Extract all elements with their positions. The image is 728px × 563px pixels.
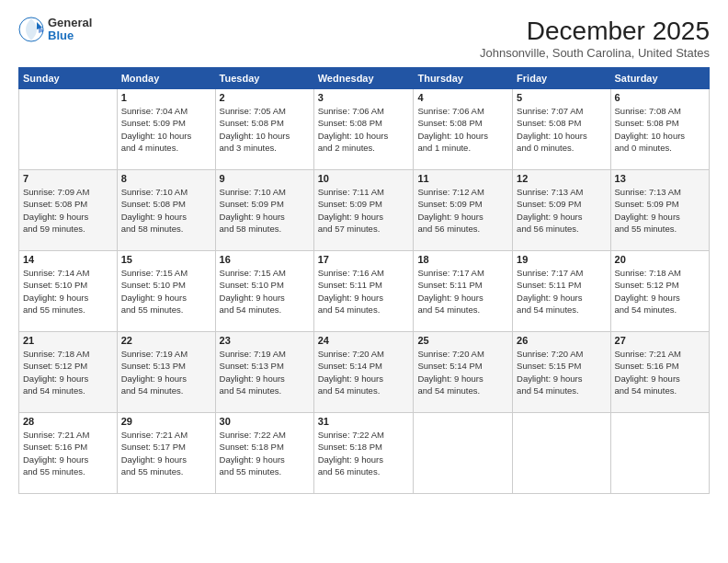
day-number: 29	[121, 416, 211, 427]
day-info: Sunrise: 7:18 AM Sunset: 5:12 PM Dayligh…	[615, 267, 705, 316]
day-info: Sunrise: 7:22 AM Sunset: 5:18 PM Dayligh…	[318, 429, 410, 477]
month-year-title: December 2025	[480, 17, 710, 46]
day-number: 27	[615, 335, 705, 346]
calendar-header-row: SundayMondayTuesdayWednesdayThursdayFrid…	[19, 68, 710, 89]
day-number: 19	[517, 254, 606, 265]
day-info: Sunrise: 7:19 AM Sunset: 5:13 PM Dayligh…	[121, 348, 211, 396]
day-number: 22	[121, 335, 211, 346]
day-info: Sunrise: 7:06 AM Sunset: 5:08 PM Dayligh…	[318, 105, 410, 154]
day-number: 21	[23, 335, 113, 346]
header-friday: Friday	[513, 68, 610, 89]
calendar-cell: 8Sunrise: 7:10 AM Sunset: 5:08 PM Daylig…	[117, 170, 215, 251]
header-monday: Monday	[117, 68, 215, 89]
calendar-cell: 3Sunrise: 7:06 AM Sunset: 5:08 PM Daylig…	[313, 89, 414, 170]
calendar-cell: 23Sunrise: 7:19 AM Sunset: 5:13 PM Dayli…	[215, 332, 313, 413]
day-info: Sunrise: 7:17 AM Sunset: 5:11 PM Dayligh…	[517, 267, 606, 316]
day-number: 5	[517, 92, 606, 103]
calendar-cell: 28Sunrise: 7:21 AM Sunset: 5:16 PM Dayli…	[19, 413, 118, 494]
day-number: 11	[417, 173, 508, 184]
calendar-cell	[513, 413, 610, 494]
day-info: Sunrise: 7:17 AM Sunset: 5:11 PM Dayligh…	[417, 267, 508, 316]
day-info: Sunrise: 7:08 AM Sunset: 5:08 PM Dayligh…	[615, 105, 705, 154]
calendar-cell: 18Sunrise: 7:17 AM Sunset: 5:11 PM Dayli…	[414, 251, 513, 332]
day-number: 24	[318, 335, 410, 346]
calendar-cell: 27Sunrise: 7:21 AM Sunset: 5:16 PM Dayli…	[610, 332, 709, 413]
day-number: 2	[220, 92, 310, 103]
calendar-cell: 17Sunrise: 7:16 AM Sunset: 5:11 PM Dayli…	[313, 251, 414, 332]
calendar-cell: 19Sunrise: 7:17 AM Sunset: 5:11 PM Dayli…	[513, 251, 610, 332]
day-number: 14	[23, 254, 113, 265]
calendar-cell: 6Sunrise: 7:08 AM Sunset: 5:08 PM Daylig…	[610, 89, 709, 170]
day-info: Sunrise: 7:11 AM Sunset: 5:09 PM Dayligh…	[318, 186, 410, 235]
calendar-cell: 5Sunrise: 7:07 AM Sunset: 5:08 PM Daylig…	[513, 89, 610, 170]
day-info: Sunrise: 7:15 AM Sunset: 5:10 PM Dayligh…	[121, 267, 211, 316]
day-number: 1	[121, 92, 211, 103]
calendar-cell: 7Sunrise: 7:09 AM Sunset: 5:08 PM Daylig…	[19, 170, 118, 251]
calendar-cell: 29Sunrise: 7:21 AM Sunset: 5:17 PM Dayli…	[117, 413, 215, 494]
logo-general-text: General	[48, 17, 92, 29]
calendar-cell	[19, 89, 118, 170]
day-info: Sunrise: 7:05 AM Sunset: 5:08 PM Dayligh…	[220, 105, 310, 154]
calendar-cell: 20Sunrise: 7:18 AM Sunset: 5:12 PM Dayli…	[610, 251, 709, 332]
day-info: Sunrise: 7:16 AM Sunset: 5:11 PM Dayligh…	[318, 267, 410, 316]
header-saturday: Saturday	[610, 68, 709, 89]
day-number: 25	[417, 335, 508, 346]
day-number: 12	[517, 173, 606, 184]
day-info: Sunrise: 7:12 AM Sunset: 5:09 PM Dayligh…	[417, 186, 508, 235]
location-text: Johnsonville, South Carolina, United Sta…	[480, 46, 710, 60]
week-row-4: 21Sunrise: 7:18 AM Sunset: 5:12 PM Dayli…	[19, 332, 710, 413]
day-number: 10	[318, 173, 410, 184]
calendar-cell: 9Sunrise: 7:10 AM Sunset: 5:09 PM Daylig…	[215, 170, 313, 251]
day-number: 9	[220, 173, 310, 184]
day-info: Sunrise: 7:14 AM Sunset: 5:10 PM Dayligh…	[23, 267, 113, 316]
day-info: Sunrise: 7:20 AM Sunset: 5:14 PM Dayligh…	[318, 348, 410, 396]
calendar-cell	[610, 413, 709, 494]
calendar-cell: 25Sunrise: 7:20 AM Sunset: 5:14 PM Dayli…	[414, 332, 513, 413]
day-number: 30	[220, 416, 310, 427]
day-info: Sunrise: 7:13 AM Sunset: 5:09 PM Dayligh…	[615, 186, 705, 235]
calendar-cell: 24Sunrise: 7:20 AM Sunset: 5:14 PM Dayli…	[313, 332, 414, 413]
day-info: Sunrise: 7:09 AM Sunset: 5:08 PM Dayligh…	[23, 186, 113, 235]
day-number: 8	[121, 173, 211, 184]
calendar-cell: 2Sunrise: 7:05 AM Sunset: 5:08 PM Daylig…	[215, 89, 313, 170]
week-row-3: 14Sunrise: 7:14 AM Sunset: 5:10 PM Dayli…	[19, 251, 710, 332]
calendar-table: SundayMondayTuesdayWednesdayThursdayFrid…	[18, 67, 710, 494]
day-info: Sunrise: 7:19 AM Sunset: 5:13 PM Dayligh…	[220, 348, 310, 396]
day-number: 16	[220, 254, 310, 265]
header-wednesday: Wednesday	[313, 68, 414, 89]
calendar-cell: 12Sunrise: 7:13 AM Sunset: 5:09 PM Dayli…	[513, 170, 610, 251]
day-info: Sunrise: 7:20 AM Sunset: 5:15 PM Dayligh…	[517, 348, 606, 396]
header-tuesday: Tuesday	[215, 68, 313, 89]
day-info: Sunrise: 7:07 AM Sunset: 5:08 PM Dayligh…	[517, 105, 606, 154]
calendar-cell: 10Sunrise: 7:11 AM Sunset: 5:09 PM Dayli…	[313, 170, 414, 251]
day-info: Sunrise: 7:22 AM Sunset: 5:18 PM Dayligh…	[220, 429, 310, 477]
day-info: Sunrise: 7:10 AM Sunset: 5:09 PM Dayligh…	[220, 186, 310, 235]
calendar-cell: 13Sunrise: 7:13 AM Sunset: 5:09 PM Dayli…	[610, 170, 709, 251]
title-block: December 2025 Johnsonville, South Caroli…	[480, 17, 710, 60]
day-info: Sunrise: 7:20 AM Sunset: 5:14 PM Dayligh…	[417, 348, 508, 396]
calendar-cell: 21Sunrise: 7:18 AM Sunset: 5:12 PM Dayli…	[19, 332, 118, 413]
calendar-cell: 15Sunrise: 7:15 AM Sunset: 5:10 PM Dayli…	[117, 251, 215, 332]
day-number: 18	[417, 254, 508, 265]
day-info: Sunrise: 7:21 AM Sunset: 5:16 PM Dayligh…	[23, 429, 113, 477]
day-number: 23	[220, 335, 310, 346]
day-info: Sunrise: 7:15 AM Sunset: 5:10 PM Dayligh…	[220, 267, 310, 316]
calendar-cell: 4Sunrise: 7:06 AM Sunset: 5:08 PM Daylig…	[414, 89, 513, 170]
day-info: Sunrise: 7:13 AM Sunset: 5:09 PM Dayligh…	[517, 186, 606, 235]
calendar-cell: 30Sunrise: 7:22 AM Sunset: 5:18 PM Dayli…	[215, 413, 313, 494]
day-number: 6	[615, 92, 705, 103]
week-row-1: 1Sunrise: 7:04 AM Sunset: 5:09 PM Daylig…	[19, 89, 710, 170]
day-number: 26	[517, 335, 606, 346]
logo-icon	[18, 17, 44, 42]
day-number: 20	[615, 254, 705, 265]
day-info: Sunrise: 7:21 AM Sunset: 5:17 PM Dayligh…	[121, 429, 211, 477]
calendar-cell: 16Sunrise: 7:15 AM Sunset: 5:10 PM Dayli…	[215, 251, 313, 332]
day-info: Sunrise: 7:04 AM Sunset: 5:09 PM Dayligh…	[121, 105, 211, 154]
day-info: Sunrise: 7:21 AM Sunset: 5:16 PM Dayligh…	[615, 348, 705, 396]
week-row-2: 7Sunrise: 7:09 AM Sunset: 5:08 PM Daylig…	[19, 170, 710, 251]
calendar-cell: 11Sunrise: 7:12 AM Sunset: 5:09 PM Dayli…	[414, 170, 513, 251]
calendar-cell: 22Sunrise: 7:19 AM Sunset: 5:13 PM Dayli…	[117, 332, 215, 413]
day-number: 4	[417, 92, 508, 103]
day-info: Sunrise: 7:18 AM Sunset: 5:12 PM Dayligh…	[23, 348, 113, 396]
calendar-cell	[414, 413, 513, 494]
